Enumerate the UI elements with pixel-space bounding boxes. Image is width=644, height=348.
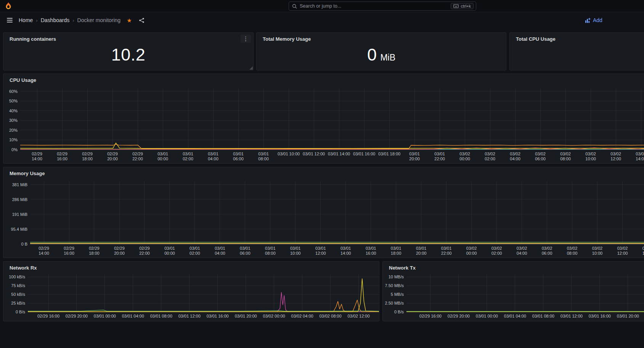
svg-text:03/0200:00: 03/0200:00 [466,246,477,255]
svg-text:02/2916:00: 02/2916:00 [57,152,67,161]
shortcut-badge: ctrl+k [451,3,474,9]
svg-text:03/02 04:00: 03/02 04:00 [291,314,313,318]
svg-text:02/2914:00: 02/2914:00 [32,152,42,161]
breadcrumb-current: Docker monitoring [77,17,121,23]
panel-title: Network Rx [3,262,379,271]
svg-text:50 kB/s: 50 kB/s [11,292,25,297]
memory-usage-chart[interactable]: 0 B95.4 MiB191 MiB286 MiB381 MiB02/2914:… [3,179,644,258]
nav-actions: Add [583,12,605,28]
keyboard-icon [453,4,459,8]
svg-text:0 B: 0 B [21,242,27,246]
grafana-app: Search or jump to... ctrl+k Home › Dashb… [0,0,644,348]
top-bar: Search or jump to... ctrl+k [0,0,644,12]
svg-text:2.50 MB/s: 2.50 MB/s [385,301,404,305]
svg-text:03/0212:00: 03/0212:00 [610,152,621,161]
share-icon[interactable] [138,17,145,24]
grafana-flame-icon [4,2,13,11]
svg-text:03/01 00:00: 03/01 00:00 [476,314,498,318]
svg-text:02/2918:00: 02/2918:00 [82,152,93,161]
svg-text:03/0116:00: 03/0116:00 [366,246,376,255]
panel-total-cpu-usage: Total CPU Usage [509,32,644,70]
svg-text:02/2920:00: 02/2920:00 [107,152,118,161]
svg-text:03/0214:00: 03/0214:00 [642,246,644,255]
svg-text:286 MiB: 286 MiB [12,197,27,202]
svg-text:03/0202:00: 03/0202:00 [485,152,495,161]
panel-running-containers: Running containers ⋮ 10.2 [3,32,254,70]
svg-text:20%: 20% [9,128,18,132]
add-panel-icon [585,18,591,23]
svg-text:03/01 08:00: 03/01 08:00 [150,314,172,318]
panel-title: Total CPU Usage [510,33,644,42]
svg-text:03/0206:00: 03/0206:00 [535,152,546,161]
panel-menu-icon[interactable]: ⋮ [241,35,251,43]
panel-cpu-usage: CPU Usage 0%10%20%30%40%50%60%02/2914:00… [3,73,644,164]
svg-text:60%: 60% [9,89,18,94]
network-rx-chart[interactable]: 0 B/s25 kB/s50 kB/s75 kB/s100 kB/s02/29 … [3,271,379,321]
panel-network-tx: Network Tx 0 B/s2.50 MB/s5 MB/s7.50 MB/s… [382,261,644,321]
search-icon [292,4,297,9]
svg-text:03/02 12:00: 03/02 12:00 [347,314,369,318]
svg-text:0%: 0% [11,147,18,152]
svg-text:03/0208:00: 03/0208:00 [560,152,571,161]
breadcrumb-separator: › [72,18,74,23]
svg-text:03/02 00:00: 03/02 00:00 [263,314,285,318]
stat-value: 10.2 [111,45,146,64]
stat-value: 0 [367,45,377,64]
svg-text:02/29 16:00: 02/29 16:00 [419,314,442,318]
panel-memory-usage: Memory Usage 0 B95.4 MiB191 MiB286 MiB38… [3,167,644,258]
search-box[interactable]: Search or jump to... ctrl+k [289,2,476,11]
svg-text:03/0102:00: 03/0102:00 [190,246,200,255]
svg-text:95.4 MiB: 95.4 MiB [11,227,27,231]
svg-text:10%: 10% [9,137,18,142]
breadcrumb-separator: › [36,18,37,23]
favorite-star-icon[interactable]: ★ [126,17,132,24]
cpu-usage-chart[interactable]: 0%10%20%30%40%50%60%02/2914:0002/2916:00… [3,85,644,163]
panel-resize-handle[interactable] [249,66,253,70]
svg-text:03/0114:00: 03/0114:00 [340,246,351,255]
add-panel-button[interactable]: Add [583,17,605,24]
svg-text:03/01 16:00: 03/01 16:00 [353,152,375,156]
svg-text:03/01 10:00: 03/01 10:00 [278,152,300,156]
breadcrumb: Home › Dashboards › Docker monitoring [19,17,120,23]
grafana-logo[interactable] [4,2,13,11]
panel-title: Memory Usage [3,167,644,176]
svg-text:0 B/s: 0 B/s [16,310,26,314]
svg-text:02/2918:00: 02/2918:00 [89,246,100,255]
svg-text:03/0122:00: 03/0122:00 [434,152,445,161]
nav-bar: Home › Dashboards › Docker monitoring ★ [0,12,644,28]
svg-text:03/01 18:00: 03/01 18:00 [378,152,400,156]
svg-text:02/2916:00: 02/2916:00 [64,246,74,255]
svg-text:03/0204:00: 03/0204:00 [517,246,527,255]
svg-text:03/0120:00: 03/0120:00 [416,246,427,255]
svg-text:75 kB/s: 75 kB/s [11,283,25,288]
panel-title: Running containers [3,33,253,42]
svg-text:0 B/s: 0 B/s [394,310,404,314]
svg-text:5 MB/s: 5 MB/s [391,292,404,297]
svg-text:40%: 40% [9,109,18,113]
svg-text:03/01 14:00: 03/01 14:00 [328,152,350,156]
svg-text:03/0120:00: 03/0120:00 [409,152,420,161]
svg-text:03/0212:00: 03/0212:00 [617,246,628,255]
svg-text:02/2914:00: 02/2914:00 [39,246,49,255]
svg-text:03/0106:00: 03/0106:00 [233,152,244,161]
svg-text:03/0108:00: 03/0108:00 [265,246,276,255]
svg-text:02/29 20:00: 02/29 20:00 [66,314,88,318]
svg-text:03/01 20:00: 03/01 20:00 [617,314,639,318]
svg-text:03/0122:00: 03/0122:00 [441,246,452,255]
svg-text:03/01 12:00: 03/01 12:00 [303,152,325,156]
network-tx-chart[interactable]: 0 B/s2.50 MB/s5 MB/s7.50 MB/s10 MB/s02/2… [383,271,644,321]
svg-text:25 kB/s: 25 kB/s [11,301,25,305]
svg-text:100 kB/s: 100 kB/s [9,275,25,279]
menu-toggle-icon[interactable] [5,16,14,24]
svg-text:191 MiB: 191 MiB [12,212,27,217]
svg-text:03/01 04:00: 03/01 04:00 [504,314,526,318]
breadcrumb-home[interactable]: Home [19,17,33,23]
svg-text:7.50 MB/s: 7.50 MB/s [385,283,404,288]
svg-text:10 MB/s: 10 MB/s [389,275,404,279]
svg-text:03/0104:00: 03/0104:00 [208,152,218,161]
stat-value-container: 0MiB [257,42,506,68]
breadcrumb-dashboards[interactable]: Dashboards [41,17,70,23]
svg-text:03/01 16:00: 03/01 16:00 [207,314,229,318]
svg-text:03/01 08:00: 03/01 08:00 [532,314,554,318]
svg-text:02/29 20:00: 02/29 20:00 [448,314,470,318]
